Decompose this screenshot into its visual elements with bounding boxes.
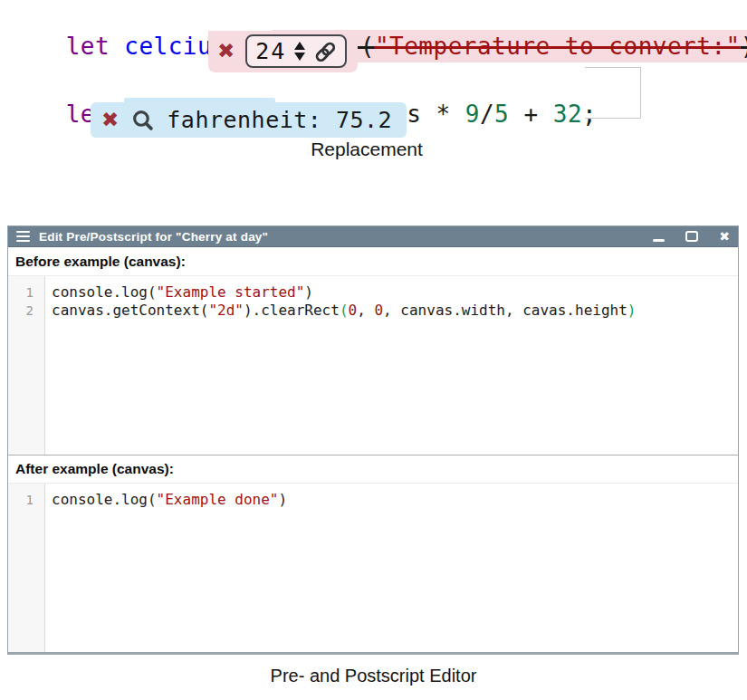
minimize-button[interactable] <box>653 239 665 243</box>
value-input-box[interactable]: 24 <box>245 34 347 68</box>
code-segment: ).clearRect <box>244 302 340 319</box>
line-number: 2 <box>8 302 44 320</box>
code-segment-string: "Example done" <box>157 491 279 508</box>
code-segment: , <box>357 302 374 319</box>
value-stepper[interactable] <box>294 42 305 61</box>
removed-close-paren: ) <box>741 33 747 60</box>
magnifier-icon[interactable] <box>131 109 154 131</box>
link-icon[interactable] <box>313 40 337 63</box>
line-number: 1 <box>8 491 44 509</box>
step-up-icon[interactable] <box>294 42 305 50</box>
remove-result-icon[interactable]: ✖ <box>101 110 119 130</box>
keyword-let: let <box>66 33 125 60</box>
value-text[interactable]: 24 <box>255 38 286 64</box>
page: let celcius = prompt("Temperature to con… <box>0 0 747 700</box>
plus: + <box>509 101 552 128</box>
replacement-value-widget: ✖ 24 <box>208 31 358 72</box>
number-5: 5 <box>494 101 509 128</box>
maximize-button[interactable] <box>685 231 698 242</box>
result-value-text: fahrenheit: 75.2 <box>167 107 392 133</box>
before-editor-gutter: 1 2 <box>8 276 45 455</box>
window-titlebar[interactable]: Edit Pre/Postscript for "Cherry at day" … <box>8 226 738 247</box>
removed-string-literal: "Temperature to convert:" <box>375 33 741 60</box>
code-segment: ) <box>304 283 313 301</box>
editor-figure-caption: Pre- and Postscript Editor <box>0 666 747 686</box>
number-32: 32 <box>553 101 582 128</box>
line-number: 1 <box>8 283 44 302</box>
before-section-label: Before example (canvas): <box>8 247 738 275</box>
code-line[interactable]: console.log("Example started") <box>52 283 738 302</box>
code-segment: canvas.getContext( <box>52 302 208 319</box>
code-segment: console.log( <box>52 283 157 301</box>
code-segment: console.log( <box>52 491 157 508</box>
editor-window: Edit Pre/Postscript for "Cherry at day" … <box>7 225 739 655</box>
result-inspect-widget: ✖ fahrenheit: 75.2 <box>91 102 407 138</box>
after-section-label: After example (canvas): <box>8 455 738 483</box>
empty-widget-outline <box>585 67 641 119</box>
after-editor: 1 console.log("Example done") <box>8 483 738 652</box>
slash: / <box>480 101 494 128</box>
window-title: Edit Pre/Postscript for "Cherry at day" <box>39 230 268 244</box>
matching-bracket: ( <box>340 302 349 319</box>
code-segment-string: "2d" <box>208 302 244 319</box>
step-down-icon[interactable] <box>294 53 305 61</box>
close-button[interactable]: ✖ <box>719 230 730 243</box>
code-line[interactable]: canvas.getContext("2d").clearRect(0, 0, … <box>52 302 738 320</box>
after-editor-gutter: 1 <box>8 484 45 652</box>
code-segment: ) <box>278 491 287 508</box>
remove-replacement-icon[interactable]: ✖ <box>217 41 235 62</box>
code-segment-string: "Example started" <box>157 283 305 301</box>
code-line[interactable]: console.log("Example done") <box>52 491 738 509</box>
menu-icon[interactable] <box>16 231 30 243</box>
code-segment: , canvas.width, cavas.height <box>383 302 627 319</box>
before-editor: 1 2 console.log("Example started") canva… <box>8 275 738 455</box>
code-segment-number: 0 <box>349 302 358 319</box>
replacement-caption: Replacement <box>0 139 733 160</box>
before-editor-code[interactable]: console.log("Example started") canvas.ge… <box>45 276 738 455</box>
after-editor-code[interactable]: console.log("Example done") <box>45 484 738 652</box>
matching-bracket: ) <box>627 302 637 319</box>
code-segment-number: 0 <box>374 302 383 319</box>
number-9: 9 <box>465 101 480 128</box>
